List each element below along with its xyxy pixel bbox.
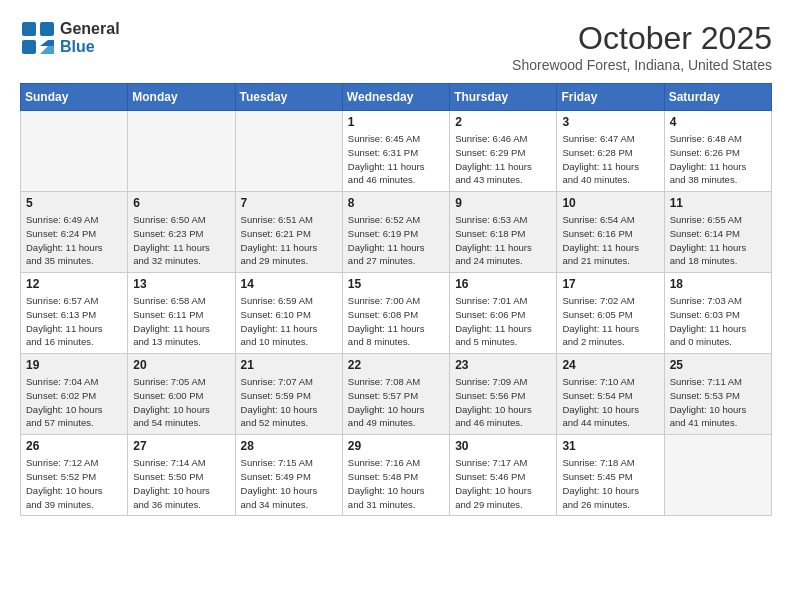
calendar-cell: 4Sunrise: 6:48 AM Sunset: 6:26 PM Daylig… bbox=[664, 111, 771, 192]
calendar-cell: 10Sunrise: 6:54 AM Sunset: 6:16 PM Dayli… bbox=[557, 192, 664, 273]
calendar-week-row: 5Sunrise: 6:49 AM Sunset: 6:24 PM Daylig… bbox=[21, 192, 772, 273]
day-info: Sunrise: 7:09 AM Sunset: 5:56 PM Dayligh… bbox=[455, 375, 551, 430]
day-info: Sunrise: 7:10 AM Sunset: 5:54 PM Dayligh… bbox=[562, 375, 658, 430]
calendar-cell: 13Sunrise: 6:58 AM Sunset: 6:11 PM Dayli… bbox=[128, 273, 235, 354]
day-number: 9 bbox=[455, 196, 551, 210]
calendar-cell: 21Sunrise: 7:07 AM Sunset: 5:59 PM Dayli… bbox=[235, 354, 342, 435]
day-number: 17 bbox=[562, 277, 658, 291]
location-subtitle: Shorewood Forest, Indiana, United States bbox=[512, 57, 772, 73]
day-info: Sunrise: 7:12 AM Sunset: 5:52 PM Dayligh… bbox=[26, 456, 122, 511]
day-info: Sunrise: 6:51 AM Sunset: 6:21 PM Dayligh… bbox=[241, 213, 337, 268]
day-info: Sunrise: 6:46 AM Sunset: 6:29 PM Dayligh… bbox=[455, 132, 551, 187]
day-number: 20 bbox=[133, 358, 229, 372]
day-info: Sunrise: 6:55 AM Sunset: 6:14 PM Dayligh… bbox=[670, 213, 766, 268]
day-number: 15 bbox=[348, 277, 444, 291]
weekday-header: Friday bbox=[557, 84, 664, 111]
calendar-cell: 6Sunrise: 6:50 AM Sunset: 6:23 PM Daylig… bbox=[128, 192, 235, 273]
day-number: 13 bbox=[133, 277, 229, 291]
weekday-header: Monday bbox=[128, 84, 235, 111]
day-info: Sunrise: 6:57 AM Sunset: 6:13 PM Dayligh… bbox=[26, 294, 122, 349]
svg-rect-2 bbox=[22, 40, 36, 54]
title-block: October 2025 Shorewood Forest, Indiana, … bbox=[512, 20, 772, 73]
day-info: Sunrise: 6:45 AM Sunset: 6:31 PM Dayligh… bbox=[348, 132, 444, 187]
svg-marker-4 bbox=[40, 40, 54, 46]
month-title: October 2025 bbox=[512, 20, 772, 57]
day-number: 31 bbox=[562, 439, 658, 453]
calendar-cell: 24Sunrise: 7:10 AM Sunset: 5:54 PM Dayli… bbox=[557, 354, 664, 435]
calendar-week-row: 26Sunrise: 7:12 AM Sunset: 5:52 PM Dayli… bbox=[21, 435, 772, 516]
day-info: Sunrise: 7:01 AM Sunset: 6:06 PM Dayligh… bbox=[455, 294, 551, 349]
logo-icon bbox=[20, 20, 56, 56]
page-header: General Blue October 2025 Shorewood Fore… bbox=[20, 20, 772, 73]
day-number: 27 bbox=[133, 439, 229, 453]
day-number: 29 bbox=[348, 439, 444, 453]
calendar-cell: 16Sunrise: 7:01 AM Sunset: 6:06 PM Dayli… bbox=[450, 273, 557, 354]
day-number: 16 bbox=[455, 277, 551, 291]
weekday-header: Wednesday bbox=[342, 84, 449, 111]
calendar-header-row: SundayMondayTuesdayWednesdayThursdayFrid… bbox=[21, 84, 772, 111]
day-number: 1 bbox=[348, 115, 444, 129]
day-info: Sunrise: 7:14 AM Sunset: 5:50 PM Dayligh… bbox=[133, 456, 229, 511]
calendar-cell: 30Sunrise: 7:17 AM Sunset: 5:46 PM Dayli… bbox=[450, 435, 557, 516]
day-info: Sunrise: 7:07 AM Sunset: 5:59 PM Dayligh… bbox=[241, 375, 337, 430]
calendar-cell bbox=[128, 111, 235, 192]
calendar-cell: 9Sunrise: 6:53 AM Sunset: 6:18 PM Daylig… bbox=[450, 192, 557, 273]
calendar-cell: 14Sunrise: 6:59 AM Sunset: 6:10 PM Dayli… bbox=[235, 273, 342, 354]
day-info: Sunrise: 6:54 AM Sunset: 6:16 PM Dayligh… bbox=[562, 213, 658, 268]
calendar-cell: 18Sunrise: 7:03 AM Sunset: 6:03 PM Dayli… bbox=[664, 273, 771, 354]
day-number: 25 bbox=[670, 358, 766, 372]
day-info: Sunrise: 6:50 AM Sunset: 6:23 PM Dayligh… bbox=[133, 213, 229, 268]
calendar-cell: 19Sunrise: 7:04 AM Sunset: 6:02 PM Dayli… bbox=[21, 354, 128, 435]
logo-blue-text: Blue bbox=[60, 38, 95, 55]
calendar-cell: 5Sunrise: 6:49 AM Sunset: 6:24 PM Daylig… bbox=[21, 192, 128, 273]
calendar-cell: 27Sunrise: 7:14 AM Sunset: 5:50 PM Dayli… bbox=[128, 435, 235, 516]
calendar-cell: 17Sunrise: 7:02 AM Sunset: 6:05 PM Dayli… bbox=[557, 273, 664, 354]
day-info: Sunrise: 7:15 AM Sunset: 5:49 PM Dayligh… bbox=[241, 456, 337, 511]
day-number: 3 bbox=[562, 115, 658, 129]
day-info: Sunrise: 6:53 AM Sunset: 6:18 PM Dayligh… bbox=[455, 213, 551, 268]
day-info: Sunrise: 6:52 AM Sunset: 6:19 PM Dayligh… bbox=[348, 213, 444, 268]
day-info: Sunrise: 7:03 AM Sunset: 6:03 PM Dayligh… bbox=[670, 294, 766, 349]
day-number: 5 bbox=[26, 196, 122, 210]
day-number: 10 bbox=[562, 196, 658, 210]
day-number: 4 bbox=[670, 115, 766, 129]
svg-rect-0 bbox=[22, 22, 36, 36]
day-info: Sunrise: 6:59 AM Sunset: 6:10 PM Dayligh… bbox=[241, 294, 337, 349]
weekday-header: Tuesday bbox=[235, 84, 342, 111]
calendar-table: SundayMondayTuesdayWednesdayThursdayFrid… bbox=[20, 83, 772, 516]
calendar-cell: 8Sunrise: 6:52 AM Sunset: 6:19 PM Daylig… bbox=[342, 192, 449, 273]
day-number: 30 bbox=[455, 439, 551, 453]
day-info: Sunrise: 7:11 AM Sunset: 5:53 PM Dayligh… bbox=[670, 375, 766, 430]
weekday-header: Saturday bbox=[664, 84, 771, 111]
day-info: Sunrise: 6:58 AM Sunset: 6:11 PM Dayligh… bbox=[133, 294, 229, 349]
calendar-cell: 26Sunrise: 7:12 AM Sunset: 5:52 PM Dayli… bbox=[21, 435, 128, 516]
day-number: 24 bbox=[562, 358, 658, 372]
day-number: 6 bbox=[133, 196, 229, 210]
calendar-week-row: 1Sunrise: 6:45 AM Sunset: 6:31 PM Daylig… bbox=[21, 111, 772, 192]
day-number: 26 bbox=[26, 439, 122, 453]
day-number: 12 bbox=[26, 277, 122, 291]
calendar-cell bbox=[21, 111, 128, 192]
day-info: Sunrise: 7:00 AM Sunset: 6:08 PM Dayligh… bbox=[348, 294, 444, 349]
calendar-cell: 29Sunrise: 7:16 AM Sunset: 5:48 PM Dayli… bbox=[342, 435, 449, 516]
calendar-week-row: 19Sunrise: 7:04 AM Sunset: 6:02 PM Dayli… bbox=[21, 354, 772, 435]
calendar-week-row: 12Sunrise: 6:57 AM Sunset: 6:13 PM Dayli… bbox=[21, 273, 772, 354]
calendar-cell: 22Sunrise: 7:08 AM Sunset: 5:57 PM Dayli… bbox=[342, 354, 449, 435]
weekday-header: Thursday bbox=[450, 84, 557, 111]
day-number: 14 bbox=[241, 277, 337, 291]
day-number: 8 bbox=[348, 196, 444, 210]
calendar-cell bbox=[235, 111, 342, 192]
day-info: Sunrise: 6:47 AM Sunset: 6:28 PM Dayligh… bbox=[562, 132, 658, 187]
day-number: 28 bbox=[241, 439, 337, 453]
calendar-cell: 28Sunrise: 7:15 AM Sunset: 5:49 PM Dayli… bbox=[235, 435, 342, 516]
day-number: 2 bbox=[455, 115, 551, 129]
day-info: Sunrise: 7:02 AM Sunset: 6:05 PM Dayligh… bbox=[562, 294, 658, 349]
logo-general-text: General bbox=[60, 20, 120, 37]
weekday-header: Sunday bbox=[21, 84, 128, 111]
day-info: Sunrise: 7:08 AM Sunset: 5:57 PM Dayligh… bbox=[348, 375, 444, 430]
calendar-cell: 2Sunrise: 6:46 AM Sunset: 6:29 PM Daylig… bbox=[450, 111, 557, 192]
calendar-cell: 15Sunrise: 7:00 AM Sunset: 6:08 PM Dayli… bbox=[342, 273, 449, 354]
logo: General Blue bbox=[20, 20, 120, 56]
calendar-cell: 1Sunrise: 6:45 AM Sunset: 6:31 PM Daylig… bbox=[342, 111, 449, 192]
calendar-cell bbox=[664, 435, 771, 516]
